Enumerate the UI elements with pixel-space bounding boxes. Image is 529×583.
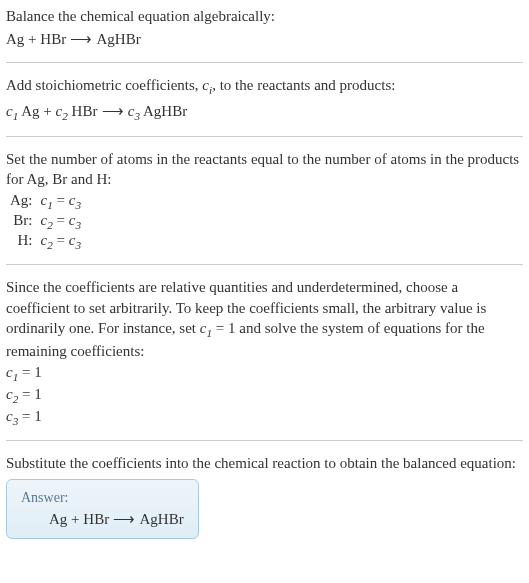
coeff-values: c1 = 1 c2 = 1 c3 = 1 [6,363,523,428]
reaction-arrow: ⟶ [109,510,139,527]
reaction-arrow: ⟶ [66,30,96,47]
atom-eq: c2 = c3 [37,232,86,252]
coeff-line: c2 = 1 [6,385,523,407]
c3: c3 [128,103,140,119]
c1-set: c1 [200,320,212,336]
reactant-1: Ag [6,31,24,47]
product-1: AgHBr [97,31,141,47]
section-atom-balance: Set the number of atoms in the reactants… [6,149,523,266]
section-coefficients: Add stoichiometric coefficients, ci, to … [6,75,523,137]
table-row: Ag: c1 = c3 [6,192,85,212]
atom-eq: c2 = c3 [37,212,86,232]
reactant-2: HBr [72,103,98,119]
reactant-2: HBr [83,511,109,527]
reactant-2: HBr [40,31,66,47]
atom-intro: Set the number of atoms in the reactants… [6,149,523,190]
table-row: H: c2 = c3 [6,232,85,252]
product-1: AgHBr [140,511,184,527]
plus: + [24,31,40,47]
coeff-intro-after: , to the reactants and products: [212,77,395,93]
answer-equation: Ag + HBr ⟶ AgHBr [21,510,184,528]
table-row: Br: c2 = c3 [6,212,85,232]
section-problem: Balance the chemical equation algebraica… [6,6,523,63]
answer-box: Answer: Ag + HBr ⟶ AgHBr [6,479,199,539]
reactant-1: Ag [21,103,39,119]
coeff-equation: c1 Ag + c2 HBr ⟶ c3 AgHBr [6,101,523,124]
reactant-1: Ag [49,511,67,527]
coeff-intro: Add stoichiometric coefficients, ci, to … [6,75,523,98]
product-1: AgHBr [143,103,187,119]
coeff-line: c1 = 1 [6,363,523,385]
section-solve: Since the coefficients are relative quan… [6,277,523,441]
problem-title: Balance the chemical equation algebraica… [6,6,523,26]
coeff-intro-before: Add stoichiometric coefficients, [6,77,202,93]
answer-label: Answer: [21,490,184,506]
solve-intro: Since the coefficients are relative quan… [6,277,523,361]
atom-label: Br: [6,212,37,232]
atom-eq: c1 = c3 [37,192,86,212]
plus: + [40,103,56,119]
substitute-intro: Substitute the coefficients into the che… [6,453,523,473]
base-equation: Ag + HBr ⟶ AgHBr [6,29,523,49]
ci-symbol: ci [202,77,212,93]
reaction-arrow: ⟶ [97,102,127,119]
coeff-line: c3 = 1 [6,407,523,429]
plus: + [67,511,83,527]
atom-label: Ag: [6,192,37,212]
c2: c2 [56,103,68,119]
atom-table: Ag: c1 = c3 Br: c2 = c3 H: c2 = c3 [6,192,85,252]
atom-label: H: [6,232,37,252]
section-answer: Substitute the coefficients into the che… [6,453,523,539]
c1: c1 [6,103,18,119]
